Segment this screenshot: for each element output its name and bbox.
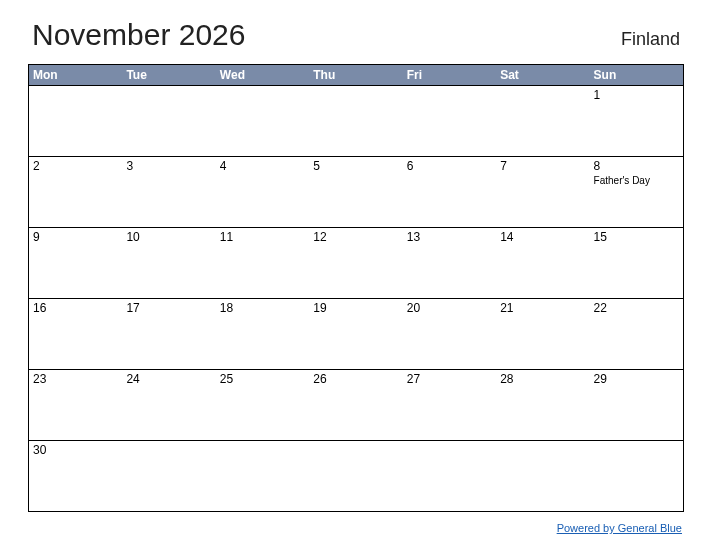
day-cell bbox=[590, 441, 683, 511]
day-number: 28 bbox=[500, 372, 585, 386]
weekday-header-row: Mon Tue Wed Thu Fri Sat Sun bbox=[29, 65, 683, 85]
day-number: 7 bbox=[500, 159, 585, 173]
day-cell bbox=[496, 86, 589, 156]
weekday-label: Wed bbox=[216, 65, 309, 85]
day-cell bbox=[29, 86, 122, 156]
day-cell: 18 bbox=[216, 299, 309, 369]
day-cell bbox=[403, 441, 496, 511]
day-number: 17 bbox=[126, 301, 211, 315]
day-number: 21 bbox=[500, 301, 585, 315]
day-cell bbox=[496, 441, 589, 511]
day-cell: 3 bbox=[122, 157, 215, 227]
weekday-label: Thu bbox=[309, 65, 402, 85]
weekday-label: Sat bbox=[496, 65, 589, 85]
day-cell bbox=[403, 86, 496, 156]
day-cell: 15 bbox=[590, 228, 683, 298]
day-cell: 11 bbox=[216, 228, 309, 298]
day-cell: 24 bbox=[122, 370, 215, 440]
day-cell: 16 bbox=[29, 299, 122, 369]
day-cell: 20 bbox=[403, 299, 496, 369]
event-label: Father's Day bbox=[594, 175, 679, 187]
day-cell: 5 bbox=[309, 157, 402, 227]
day-number: 10 bbox=[126, 230, 211, 244]
day-cell: 14 bbox=[496, 228, 589, 298]
calendar-region: Finland bbox=[621, 29, 680, 50]
day-number: 18 bbox=[220, 301, 305, 315]
day-cell: 8Father's Day bbox=[590, 157, 683, 227]
day-number: 4 bbox=[220, 159, 305, 173]
day-number: 24 bbox=[126, 372, 211, 386]
week-row: 2 3 4 5 6 7 8Father's Day bbox=[29, 156, 683, 227]
day-cell: 21 bbox=[496, 299, 589, 369]
day-number: 23 bbox=[33, 372, 118, 386]
day-cell: 19 bbox=[309, 299, 402, 369]
day-cell: 30 bbox=[29, 441, 122, 511]
day-number: 19 bbox=[313, 301, 398, 315]
day-cell bbox=[122, 441, 215, 511]
day-cell: 10 bbox=[122, 228, 215, 298]
day-number: 2 bbox=[33, 159, 118, 173]
day-cell: 28 bbox=[496, 370, 589, 440]
day-cell: 25 bbox=[216, 370, 309, 440]
day-cell bbox=[122, 86, 215, 156]
day-number: 30 bbox=[33, 443, 118, 457]
day-cell: 23 bbox=[29, 370, 122, 440]
day-cell bbox=[309, 86, 402, 156]
calendar-header: November 2026 Finland bbox=[28, 18, 684, 52]
day-number: 29 bbox=[594, 372, 679, 386]
calendar-grid: Mon Tue Wed Thu Fri Sat Sun 1 2 3 4 5 6 … bbox=[28, 64, 684, 512]
week-row: 30 bbox=[29, 440, 683, 511]
week-row: 23 24 25 26 27 28 29 bbox=[29, 369, 683, 440]
day-cell: 2 bbox=[29, 157, 122, 227]
footer: Powered by General Blue bbox=[28, 518, 684, 536]
week-row: 1 bbox=[29, 85, 683, 156]
day-number: 12 bbox=[313, 230, 398, 244]
day-cell: 13 bbox=[403, 228, 496, 298]
day-number: 22 bbox=[594, 301, 679, 315]
day-number: 20 bbox=[407, 301, 492, 315]
day-number: 25 bbox=[220, 372, 305, 386]
day-number: 1 bbox=[594, 88, 679, 102]
day-cell: 22 bbox=[590, 299, 683, 369]
day-cell: 26 bbox=[309, 370, 402, 440]
weekday-label: Mon bbox=[29, 65, 122, 85]
day-number: 9 bbox=[33, 230, 118, 244]
day-number: 15 bbox=[594, 230, 679, 244]
day-number: 5 bbox=[313, 159, 398, 173]
day-cell: 27 bbox=[403, 370, 496, 440]
day-number: 6 bbox=[407, 159, 492, 173]
day-cell: 7 bbox=[496, 157, 589, 227]
weekday-label: Tue bbox=[122, 65, 215, 85]
calendar-title: November 2026 bbox=[32, 18, 245, 52]
week-row: 16 17 18 19 20 21 22 bbox=[29, 298, 683, 369]
day-number: 16 bbox=[33, 301, 118, 315]
week-row: 9 10 11 12 13 14 15 bbox=[29, 227, 683, 298]
day-cell: 29 bbox=[590, 370, 683, 440]
day-number: 11 bbox=[220, 230, 305, 244]
day-cell bbox=[309, 441, 402, 511]
day-cell: 4 bbox=[216, 157, 309, 227]
day-cell: 1 bbox=[590, 86, 683, 156]
day-number: 8 bbox=[594, 159, 679, 173]
day-number: 13 bbox=[407, 230, 492, 244]
day-cell: 12 bbox=[309, 228, 402, 298]
day-cell bbox=[216, 441, 309, 511]
powered-by-link[interactable]: Powered by General Blue bbox=[557, 522, 682, 534]
weekday-label: Sun bbox=[590, 65, 683, 85]
day-number: 14 bbox=[500, 230, 585, 244]
day-number: 3 bbox=[126, 159, 211, 173]
day-cell: 9 bbox=[29, 228, 122, 298]
day-number: 27 bbox=[407, 372, 492, 386]
day-cell: 17 bbox=[122, 299, 215, 369]
day-cell bbox=[216, 86, 309, 156]
day-number: 26 bbox=[313, 372, 398, 386]
weekday-label: Fri bbox=[403, 65, 496, 85]
day-cell: 6 bbox=[403, 157, 496, 227]
